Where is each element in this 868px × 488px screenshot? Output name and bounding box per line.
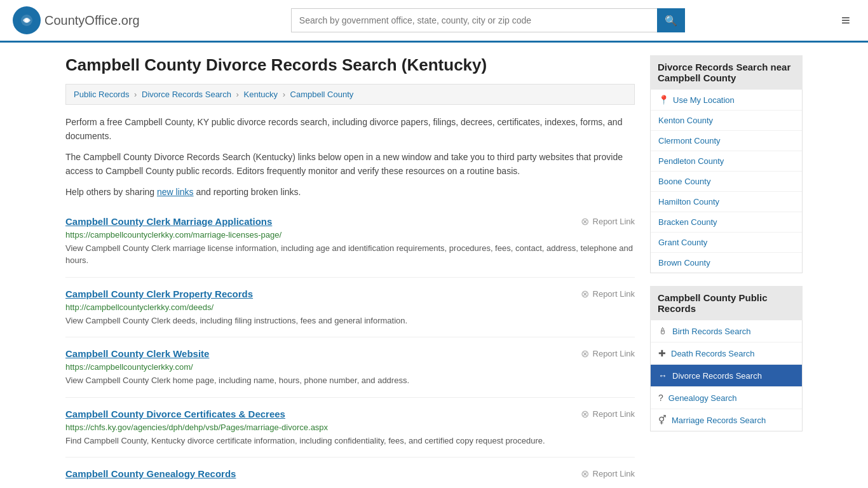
result-item: Campbell County Divorce Certificates & D… xyxy=(65,398,635,458)
result-url: https://chfs.ky.gov/agencies/dph/dehp/vs… xyxy=(65,423,635,432)
breadcrumb-link-public-records[interactable]: Public Records xyxy=(74,90,129,99)
menu-button[interactable]: ≡ xyxy=(836,9,855,32)
sidebar-nearby-link[interactable]: Hamilton County xyxy=(651,192,802,212)
logo[interactable]: CountyOffice.org xyxy=(13,6,140,34)
sidebar-nearby-link[interactable]: Grant County xyxy=(651,233,802,253)
result-url: http://campbellcountyclerkky.com/deeds/ xyxy=(65,302,635,312)
result-item: Campbell County Clerk Marriage Applicati… xyxy=(65,205,635,278)
sidebar-divorce-records[interactable]: ↔ Divorce Records Search xyxy=(651,365,802,387)
result-header: Campbell County Clerk Website ⊗ Report L… xyxy=(65,348,635,360)
divorce-records-icon: ↔ xyxy=(658,370,667,381)
svg-point-2 xyxy=(25,18,29,22)
report-icon: ⊗ xyxy=(581,348,589,360)
sidebar-nearby-link[interactable]: Clermont County xyxy=(651,131,802,151)
breadcrumb-link-divorce-records[interactable]: Divorce Records Search xyxy=(142,90,231,99)
sidebar-records-links: 🕯 Birth Records Search ✚ Death Records S… xyxy=(650,320,803,431)
sidebar-genealogy-search[interactable]: ? Genealogy Search xyxy=(651,387,802,409)
report-icon: ⊗ xyxy=(581,408,589,420)
report-icon: ⊗ xyxy=(581,468,589,480)
sidebar-nearby-links: 📍 Use My Location Kenton County Clermont… xyxy=(650,90,803,273)
logo-icon xyxy=(13,6,41,34)
result-desc: View Campbell County Clerk deeds, includ… xyxy=(65,315,635,327)
result-desc: View Campbell County Clerk home page, in… xyxy=(65,374,635,387)
result-title[interactable]: Campbell County Clerk Property Records xyxy=(65,288,253,299)
result-header: Campbell County Divorce Certificates & D… xyxy=(65,408,635,420)
site-header: CountyOffice.org 🔍 ≡ xyxy=(0,0,868,43)
logo-text: CountyOffice.org xyxy=(44,13,140,28)
sidebar-nearby-section: Divorce Records Search near Campbell Cou… xyxy=(650,55,803,273)
description-para1: Perform a free Campbell County, KY publi… xyxy=(65,115,635,144)
location-pin-icon: 📍 xyxy=(658,95,669,105)
report-link[interactable]: ⊗ Report Link xyxy=(581,408,635,420)
report-link[interactable]: ⊗ Report Link xyxy=(581,468,635,480)
marriage-records-icon: ⚥ xyxy=(658,415,667,425)
death-records-icon: ✚ xyxy=(658,348,666,358)
results-list: Campbell County Clerk Marriage Applicati… xyxy=(65,205,635,488)
main-content: Campbell County Divorce Records Search (… xyxy=(65,55,635,488)
report-icon: ⊗ xyxy=(581,288,589,300)
report-icon: ⊗ xyxy=(581,215,589,227)
result-title[interactable]: Campbell County Divorce Certificates & D… xyxy=(65,409,285,419)
description-para2: The Campbell County Divorce Records Sear… xyxy=(65,150,635,179)
search-button[interactable]: 🔍 xyxy=(657,8,685,32)
sidebar-nearby-link[interactable]: Pendleton County xyxy=(651,151,802,172)
result-url: https://campbellcountyclerkky.com/ xyxy=(65,362,635,372)
result-header: Campbell County Clerk Property Records ⊗… xyxy=(65,288,635,300)
report-link[interactable]: ⊗ Report Link xyxy=(581,215,635,227)
result-desc: Find Campbell County, Kentucky divorce c… xyxy=(65,435,635,447)
result-title[interactable]: Campbell County Clerk Website xyxy=(65,348,209,359)
sidebar-nearby-link[interactable]: Brown County xyxy=(651,253,802,273)
use-my-location-link[interactable]: Use My Location xyxy=(673,95,735,105)
main-container: Campbell County Divorce Records Search (… xyxy=(53,43,815,488)
result-header: Campbell County Clerk Marriage Applicati… xyxy=(65,215,635,227)
result-url: https://campbellcountyclerkky.com/marria… xyxy=(65,230,635,240)
description-para3: Help others by sharing new links and rep… xyxy=(65,185,635,199)
result-item: Campbell County Genealogy Records ⊗ Repo… xyxy=(65,458,635,488)
report-link[interactable]: ⊗ Report Link xyxy=(581,288,635,300)
breadcrumb-link-kentucky[interactable]: Kentucky xyxy=(244,90,278,99)
breadcrumb-link-campbell[interactable]: Campbell County xyxy=(290,90,354,99)
sidebar-marriage-records[interactable]: ⚥ Marriage Records Search xyxy=(651,409,802,431)
breadcrumb: Public Records › Divorce Records Search … xyxy=(65,84,635,105)
use-my-location-row[interactable]: 📍 Use My Location xyxy=(651,90,802,111)
result-title[interactable]: Campbell County Genealogy Records xyxy=(65,468,236,479)
sidebar-nearby-link[interactable]: Kenton County xyxy=(651,111,802,131)
sidebar-birth-records[interactable]: 🕯 Birth Records Search xyxy=(651,320,802,342)
sidebar-nearby-link[interactable]: Boone County xyxy=(651,172,802,192)
birth-records-icon: 🕯 xyxy=(658,326,667,336)
result-desc: View Campbell County Clerk marriage lice… xyxy=(65,242,635,267)
result-item: Campbell County Clerk Website ⊗ Report L… xyxy=(65,337,635,398)
genealogy-icon: ? xyxy=(658,393,663,403)
sidebar-nearby-link[interactable]: Bracken County xyxy=(651,212,802,233)
sidebar-public-records-header: Campbell County Public Records xyxy=(650,286,803,320)
search-bar: 🔍 xyxy=(291,8,685,32)
sidebar-public-records-section: Campbell County Public Records 🕯 Birth R… xyxy=(650,286,803,431)
search-input[interactable] xyxy=(291,8,657,32)
page-title: Campbell County Divorce Records Search (… xyxy=(65,55,635,75)
result-item: Campbell County Clerk Property Records ⊗… xyxy=(65,278,635,338)
new-links-link[interactable]: new links xyxy=(157,187,194,197)
result-title[interactable]: Campbell County Clerk Marriage Applicati… xyxy=(65,216,272,227)
report-link[interactable]: ⊗ Report Link xyxy=(581,348,635,360)
result-header: Campbell County Genealogy Records ⊗ Repo… xyxy=(65,468,635,480)
sidebar-death-records[interactable]: ✚ Death Records Search xyxy=(651,342,802,365)
sidebar-nearby-header: Divorce Records Search near Campbell Cou… xyxy=(650,55,803,90)
sidebar: Divorce Records Search near Campbell Cou… xyxy=(650,55,803,488)
